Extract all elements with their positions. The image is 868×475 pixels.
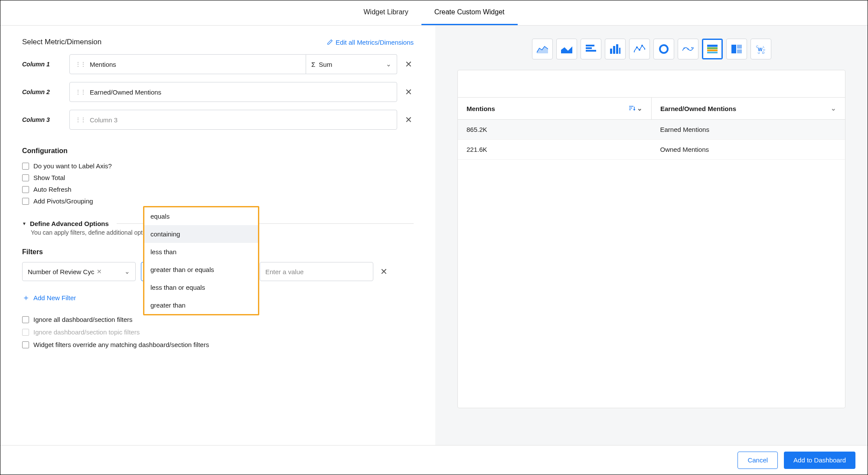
top-tabs: Widget Library Create Custom Widget xyxy=(0,0,868,26)
svg-rect-4 xyxy=(613,46,615,54)
show-total-label: Show Total xyxy=(33,174,65,181)
add-pivots-label: Add Pivots/Grouping xyxy=(33,197,93,205)
column-1-metric-field[interactable]: ⋮⋮ Mentions xyxy=(69,54,306,74)
chevron-down-icon: ⌄ xyxy=(831,105,836,112)
sigma-icon: Σ xyxy=(311,61,315,68)
chevron-down-icon: ⌄ xyxy=(124,268,130,275)
svg-rect-16 xyxy=(707,45,718,47)
svg-rect-22 xyxy=(737,49,742,53)
config-panel: Select Metric/Dimension Edit all Metrics… xyxy=(0,26,435,445)
chart-type-bar-horizontal[interactable] xyxy=(581,39,601,59)
configuration-header: Configuration xyxy=(22,147,414,155)
filter-metric-select[interactable]: Number of Review Cyc ✕ ⌄ xyxy=(22,262,136,281)
cell-type: Owned Mentions xyxy=(652,140,845,159)
svg-point-8 xyxy=(636,46,638,48)
operator-option-less-than[interactable]: less than xyxy=(144,243,258,261)
chart-type-stacked[interactable] xyxy=(702,39,723,59)
dialog-footer: Cancel Add to Dashboard xyxy=(0,445,868,475)
svg-point-14 xyxy=(687,49,689,50)
chart-type-donut[interactable] xyxy=(653,39,674,59)
label-axis-label: Do you want to Label Axis? xyxy=(33,162,112,170)
cell-mentions: 221.6K xyxy=(458,140,652,159)
remove-column-3-button[interactable]: ✕ xyxy=(403,115,414,125)
edit-all-metrics-label: Edit all Metrics/Dimensions xyxy=(336,39,414,46)
svg-rect-19 xyxy=(707,52,718,53)
svg-point-15 xyxy=(691,47,692,49)
tab-widget-library[interactable]: Widget Library xyxy=(351,0,421,25)
auto-refresh-label: Auto Refresh xyxy=(33,186,72,193)
edit-all-metrics-link[interactable]: Edit all Metrics/Dimensions xyxy=(327,39,414,46)
ignore-all-filters-label: Ignore all dashboard/section filters xyxy=(33,316,132,323)
override-filters-checkbox[interactable] xyxy=(22,341,29,348)
operator-option-containing[interactable]: containing xyxy=(144,225,258,243)
operator-option-gte[interactable]: greater than or equals xyxy=(144,261,258,278)
svg-rect-1 xyxy=(586,47,592,49)
svg-rect-20 xyxy=(731,45,736,53)
chart-type-selector: CLWOUD xyxy=(532,39,771,59)
cancel-button[interactable]: Cancel xyxy=(737,452,778,469)
chevron-down-icon: ⌄ xyxy=(637,105,643,112)
chart-type-spline[interactable] xyxy=(678,39,698,59)
label-axis-checkbox[interactable] xyxy=(22,163,29,170)
column-1-label: Column 1 xyxy=(22,61,63,68)
svg-text:D: D xyxy=(762,51,764,54)
table-row: 865.2K Earned Mentions xyxy=(458,120,845,140)
select-metric-header: Select Metric/Dimension xyxy=(22,38,101,46)
svg-text:U: U xyxy=(758,52,760,54)
operator-option-greater-than[interactable]: greater than xyxy=(144,296,258,314)
column-3-metric-field[interactable]: ⋮⋮ Column 3 xyxy=(69,110,397,130)
chevron-down-icon: ⌄ xyxy=(386,60,392,68)
ignore-all-filters-checkbox[interactable] xyxy=(22,316,29,323)
filter-value-placeholder: Enter a value xyxy=(265,268,303,275)
table-row: 221.6K Owned Mentions xyxy=(458,140,845,160)
svg-rect-5 xyxy=(616,44,618,54)
override-filters-label: Widget filters override any matching das… xyxy=(33,341,209,348)
filter-metric-value: Number of Review Cyc xyxy=(28,268,94,275)
add-pivots-checkbox[interactable] xyxy=(22,198,29,205)
chart-type-area[interactable] xyxy=(532,39,553,59)
column-3-label: Column 3 xyxy=(22,116,63,123)
add-new-filter-label: Add New Filter xyxy=(33,294,76,301)
preview-column-mentions-label: Mentions xyxy=(467,105,495,112)
chart-type-line[interactable] xyxy=(629,39,650,59)
operator-option-equals[interactable]: equals xyxy=(144,207,258,225)
filter-value-input[interactable]: Enter a value xyxy=(260,262,373,281)
remove-column-2-button[interactable]: ✕ xyxy=(403,87,414,97)
column-2-label: Column 2 xyxy=(22,88,63,95)
operator-dropdown: equals containing less than greater than… xyxy=(143,206,259,315)
remove-filter-button[interactable]: ✕ xyxy=(379,266,389,277)
chart-type-grid[interactable] xyxy=(726,39,747,59)
cell-type: Earned Mentions xyxy=(652,120,845,139)
preview-column-earned-owned[interactable]: Earned/Owned Mentions ⌄ xyxy=(652,98,845,119)
pencil-icon xyxy=(327,39,333,45)
sort-desc-icon xyxy=(629,106,635,111)
column-1-aggregation-select[interactable]: Σ Sum ⌄ xyxy=(306,54,397,74)
chart-type-word-cloud[interactable]: CLWOUD xyxy=(751,39,771,59)
svg-point-13 xyxy=(683,48,685,49)
preview-column-earned-owned-label: Earned/Owned Mentions xyxy=(660,105,736,112)
svg-point-12 xyxy=(660,45,668,53)
column-3-placeholder: Column 3 xyxy=(90,116,117,124)
drag-handle-icon: ⋮⋮ xyxy=(75,61,85,68)
auto-refresh-checkbox[interactable] xyxy=(22,186,29,193)
svg-rect-17 xyxy=(707,47,718,49)
drag-handle-icon: ⋮⋮ xyxy=(75,88,85,95)
remove-column-1-button[interactable]: ✕ xyxy=(403,59,414,69)
column-2-metric-field[interactable]: ⋮⋮ Earned/Owned Mentions xyxy=(69,82,397,102)
chart-type-filled-area[interactable] xyxy=(556,39,577,59)
column-1-agg-value: Sum xyxy=(319,61,332,68)
svg-rect-18 xyxy=(707,49,718,51)
cell-mentions: 865.2K xyxy=(458,120,652,139)
preview-column-mentions[interactable]: Mentions ⌄ xyxy=(458,98,652,119)
clear-filter-metric-icon[interactable]: ✕ xyxy=(97,268,102,275)
collapse-triangle-icon[interactable]: ▼ xyxy=(22,221,26,226)
svg-rect-0 xyxy=(586,45,594,46)
operator-option-lte[interactable]: less than or equals xyxy=(144,278,258,296)
add-to-dashboard-button[interactable]: Add to Dashboard xyxy=(784,452,855,469)
ignore-topic-filters-label: Ignore dashboard/section topic filters xyxy=(33,328,140,336)
chart-type-bar-vertical[interactable] xyxy=(605,39,626,59)
plus-icon: ＋ xyxy=(22,292,30,303)
svg-rect-2 xyxy=(586,50,596,52)
show-total-checkbox[interactable] xyxy=(22,174,29,181)
tab-create-custom-widget[interactable]: Create Custom Widget xyxy=(421,0,518,25)
